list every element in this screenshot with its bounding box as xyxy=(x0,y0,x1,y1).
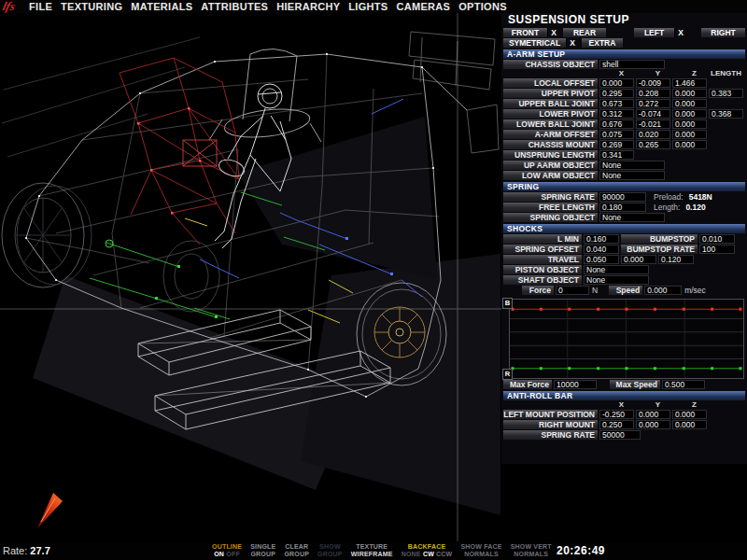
speed-field[interactable]: 0.000 xyxy=(644,286,682,295)
x-field[interactable]: 0.269 xyxy=(599,140,634,149)
row-label[interactable]: UPPER BALL JOINT xyxy=(503,99,598,108)
symetrical-button[interactable]: SYMETRICAL X xyxy=(503,38,578,48)
max-speed-label[interactable]: Max Speed xyxy=(610,380,660,389)
spring-rate-field[interactable]: 90000 xyxy=(599,192,646,202)
y-field[interactable]: 0.265 xyxy=(636,140,670,149)
y-field[interactable]: 0.000 xyxy=(636,420,670,429)
single-group-button[interactable]: SINGLE GROUP xyxy=(250,543,275,558)
travel-field-3[interactable]: 0.120 xyxy=(658,255,694,264)
damper-force-graph[interactable]: B R xyxy=(509,299,744,379)
force-label[interactable]: Force xyxy=(522,286,554,295)
low-arm-object-label[interactable]: LOW ARM OBJECT xyxy=(503,171,598,180)
clear-group-button[interactable]: CLEAR GROUP xyxy=(284,543,309,558)
show-vert-normals-button[interactable]: SHOW VERT NORMALS xyxy=(511,543,552,558)
right-button[interactable]: RIGHT xyxy=(701,28,745,37)
rear-button[interactable]: REAR xyxy=(563,28,606,37)
lmin-label[interactable]: L MIN xyxy=(503,234,582,244)
left-button[interactable]: LEFT X xyxy=(634,28,686,37)
spring-rate-label[interactable]: SPRING RATE xyxy=(503,192,598,202)
free-length-label[interactable]: FREE LENGTH xyxy=(503,203,598,212)
spring-offset-field[interactable]: 0.040 xyxy=(584,245,619,254)
menu-materials[interactable]: MATERIALS xyxy=(131,1,192,12)
up-aarm-object-field[interactable]: None xyxy=(599,161,665,170)
bumpstop-height-field[interactable]: 0.010 xyxy=(699,234,735,244)
shaft-object-label[interactable]: SHAFT OBJECT xyxy=(503,275,582,285)
length-field[interactable]: 0.368 xyxy=(709,109,743,119)
y-field[interactable]: 0.000 xyxy=(636,410,670,419)
low-arm-object-field[interactable]: None xyxy=(599,171,665,180)
x-field[interactable]: 0.312 xyxy=(599,109,634,119)
x-field[interactable]: 0.341 xyxy=(599,150,634,160)
max-speed-field[interactable]: 0.500 xyxy=(662,380,705,389)
travel-label[interactable]: TRAVEL xyxy=(503,255,582,264)
x-field[interactable]: 0.673 xyxy=(599,99,634,108)
menu-attributes[interactable]: ATTRIBUTES xyxy=(201,1,268,12)
length-field[interactable]: 0.383 xyxy=(709,89,743,98)
speed-label[interactable]: Speed xyxy=(609,286,642,295)
y-field[interactable]: 0.208 xyxy=(636,89,670,98)
x-field[interactable]: -0.250 xyxy=(599,410,634,419)
lmin-field[interactable]: 0.160 xyxy=(584,234,619,244)
backface-toggle[interactable]: BACKFACE NONE CW CCW xyxy=(402,543,453,558)
travel-field-1[interactable]: 0.050 xyxy=(584,255,619,264)
z-field[interactable]: 0.000 xyxy=(672,119,707,129)
y-field[interactable]: -0.009 xyxy=(636,78,670,88)
piston-object-field[interactable]: None xyxy=(584,265,649,274)
x-field[interactable]: 0.000 xyxy=(599,78,634,88)
row-label[interactable]: LOWER PIVOT xyxy=(503,109,598,119)
free-length-field[interactable]: 0.180 xyxy=(599,203,646,212)
show-face-normals-button[interactable]: SHOW FACE NORMALS xyxy=(460,543,501,558)
spring-offset-label[interactable]: SPRING OFFSET xyxy=(503,245,582,254)
z-field[interactable]: 0.000 xyxy=(672,140,707,149)
menu-hierarchy[interactable]: HIERARCHY xyxy=(276,1,340,12)
z-field[interactable]: 0.000 xyxy=(672,89,707,98)
row-label[interactable]: LOWER BALL JOINT xyxy=(503,119,598,129)
z-field[interactable]: 0.000 xyxy=(672,410,707,419)
max-force-label[interactable]: Max Force xyxy=(503,380,552,389)
spring-object-label[interactable]: SPRING OBJECT xyxy=(503,213,598,222)
chassis-object-field[interactable]: shell xyxy=(599,60,665,69)
arb-spring-rate-label[interactable]: SPRING RATE xyxy=(503,430,598,440)
menu-cameras[interactable]: CAMERAS xyxy=(396,1,450,12)
row-label[interactable]: CHASSIS MOUNT xyxy=(503,140,598,149)
max-force-field[interactable]: 10000 xyxy=(554,380,597,389)
z-field[interactable]: 0.000 xyxy=(672,420,707,429)
arb-spring-rate-field[interactable]: 50000 xyxy=(599,430,641,440)
front-button[interactable]: FRONT X xyxy=(503,28,559,37)
menu-options[interactable]: OPTIONS xyxy=(458,1,507,12)
z-field[interactable]: 0.000 xyxy=(672,99,707,108)
y-field[interactable]: 0.020 xyxy=(636,130,670,139)
right-mount-label[interactable]: RIGHT MOUNT POSITION xyxy=(503,420,598,429)
bumpstop-rate-field[interactable]: 100 xyxy=(699,245,735,254)
menu-texturing[interactable]: TEXTURING xyxy=(61,1,122,12)
spring-object-field[interactable]: None xyxy=(599,213,665,222)
chassis-object-label[interactable]: CHASSIS OBJECT xyxy=(503,60,598,69)
menu-lights[interactable]: LIGHTS xyxy=(348,1,388,12)
up-aarm-object-label[interactable]: UP AARM OBJECT xyxy=(503,161,598,170)
extra-button[interactable]: EXTRA xyxy=(582,38,623,48)
y-field[interactable]: -0.074 xyxy=(636,109,670,119)
bumpstop-rate-label[interactable]: BUMPSTOP RATE xyxy=(621,245,698,254)
x-field[interactable]: 0.676 xyxy=(599,119,634,129)
menu-file[interactable]: FILE xyxy=(29,1,52,12)
row-label[interactable]: UPPER PIVOT xyxy=(503,89,598,98)
x-field[interactable]: 0.075 xyxy=(599,130,634,139)
z-field[interactable]: 1.466 xyxy=(672,78,707,88)
z-field[interactable]: 0.000 xyxy=(672,109,707,119)
row-label[interactable]: LOCAL OFFSET xyxy=(503,78,598,88)
row-label[interactable]: UNSPRUNG LENGTH xyxy=(503,150,598,160)
y-field[interactable]: 0.272 xyxy=(636,99,670,108)
texture-wireframe-toggle[interactable]: TEXTURE WIREFRAME xyxy=(351,543,393,558)
left-mount-label[interactable]: LEFT MOUNT POSITION xyxy=(503,410,598,419)
x-field[interactable]: 0.295 xyxy=(599,89,634,98)
travel-field-2[interactable]: 0.000 xyxy=(621,255,656,264)
shaft-object-field[interactable]: None xyxy=(584,275,649,285)
outline-toggle[interactable]: OUTLINE ON OFF xyxy=(212,543,242,558)
x-field[interactable]: 0.250 xyxy=(599,420,634,429)
bumpstop-height-label[interactable]: BUMPSTOP HEIGHT xyxy=(621,234,698,244)
row-label[interactable]: A-ARM OFFSET xyxy=(503,130,598,139)
force-field[interactable]: 0 xyxy=(556,286,589,295)
y-field[interactable]: -0.021 xyxy=(636,119,670,129)
piston-object-label[interactable]: PISTON OBJECT xyxy=(503,265,582,274)
z-field[interactable]: 0.000 xyxy=(672,130,707,139)
